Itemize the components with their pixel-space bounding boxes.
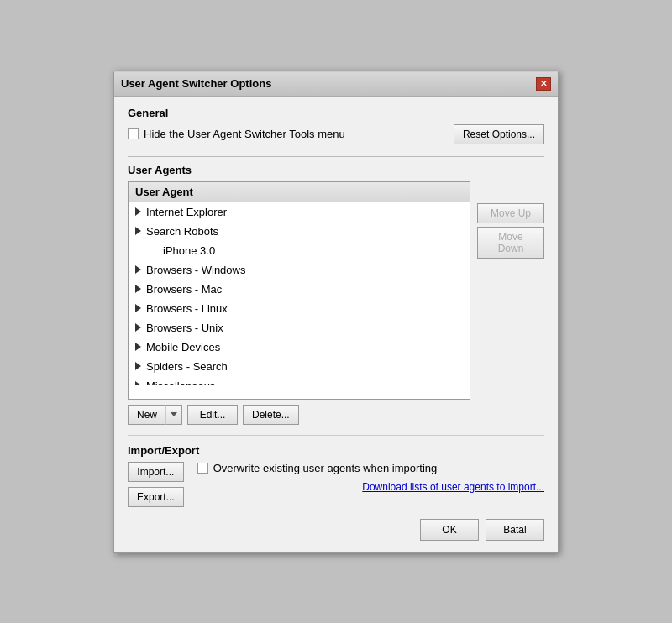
import-button[interactable]: Import... (128, 462, 184, 482)
expand-arrow-icon (135, 265, 141, 274)
list-item[interactable]: Browsers - Windows (129, 260, 470, 280)
list-item[interactable]: Miscellaneous (129, 376, 470, 385)
list-item-label: Internet Explorer (146, 206, 227, 218)
import-export-row: Import... Export... Overwrite existing u… (128, 462, 544, 507)
list-item[interactable]: Mobile Devices (129, 338, 470, 357)
list-item[interactable]: Browsers - Linux (129, 299, 470, 318)
expand-arrow-icon (135, 227, 141, 235)
move-up-button[interactable]: Move Up (477, 203, 544, 223)
general-section: Hide the User Agent Switcher Tools menu … (128, 124, 544, 144)
general-left: Hide the User Agent Switcher Tools menu (128, 128, 345, 140)
expand-arrow-icon (135, 304, 141, 312)
user-agent-list-container: User Agent Internet ExplorerSearch Robot… (128, 181, 470, 400)
overwrite-row: Overwrite existing user agents when impo… (197, 462, 544, 474)
new-button-container: New (128, 405, 182, 425)
import-export-buttons: Import... Export... (128, 462, 184, 507)
list-item-label: Browsers - Windows (146, 264, 245, 276)
title-bar: User Agent Switcher Options ✕ (114, 72, 558, 97)
expand-arrow-icon (135, 381, 141, 385)
expand-arrow-icon (135, 323, 141, 332)
cancel-button[interactable]: Batal (486, 519, 544, 541)
overwrite-label: Overwrite existing user agents when impo… (213, 462, 438, 474)
list-item-label: iPhone 3.0 (163, 244, 215, 257)
list-item-label: Miscellaneous (146, 380, 215, 385)
overwrite-checkbox[interactable] (197, 463, 208, 474)
list-item-label: Browsers - Linux (146, 302, 228, 315)
expand-arrow-icon (135, 343, 141, 351)
list-item-label: Browsers - Mac (146, 283, 222, 296)
list-item-label: Browsers - Unix (146, 322, 223, 334)
edit-button[interactable]: Edit... (187, 405, 238, 425)
list-header: User Agent (129, 182, 470, 202)
user-agent-list[interactable]: Internet ExplorerSearch RobotsiPhone 3.0… (129, 202, 470, 385)
hide-menu-checkbox[interactable] (128, 128, 139, 139)
general-divider (128, 156, 544, 157)
arrow-down-icon (171, 412, 177, 416)
import-export-section: Import/Export Import... Export... Overwr… (128, 444, 544, 507)
new-button-arrow[interactable] (165, 405, 182, 425)
import-export-divider (128, 435, 544, 436)
list-item-label: Search Robots (146, 225, 218, 238)
export-button[interactable]: Export... (128, 487, 184, 507)
window-title: User Agent Switcher Options (121, 77, 271, 90)
list-item[interactable]: Spiders - Search (129, 357, 470, 376)
general-section-label: General (128, 107, 544, 119)
new-button[interactable]: New (128, 405, 165, 425)
window-content: General Hide the User Agent Switcher Too… (114, 97, 558, 552)
list-item[interactable]: iPhone 3.0 (145, 241, 470, 260)
import-export-right: Overwrite existing user agents when impo… (197, 462, 544, 493)
download-link[interactable]: Download lists of user agents to import.… (197, 481, 544, 493)
user-agents-label: User Agents (128, 164, 544, 176)
list-item-label: Mobile Devices (146, 341, 220, 353)
import-export-label: Import/Export (128, 444, 544, 457)
expand-arrow-icon (135, 362, 141, 370)
ua-section-row: User Agent Internet ExplorerSearch Robot… (128, 181, 544, 400)
side-buttons: Move Up Move Down (477, 181, 544, 259)
close-button[interactable]: ✕ (536, 77, 551, 91)
move-down-button[interactable]: Move Down (477, 227, 544, 259)
list-item-label: Spiders - Search (146, 360, 228, 373)
bottom-buttons: OK Batal (128, 519, 544, 541)
reset-options-button[interactable]: Reset Options... (454, 124, 544, 144)
list-item[interactable]: Search Robots (129, 222, 470, 241)
expand-arrow-icon (135, 207, 141, 216)
user-agents-section: User Agents User Agent Internet Explorer… (128, 164, 544, 425)
list-action-row: New Edit... Delete... (128, 405, 544, 425)
hide-menu-label: Hide the User Agent Switcher Tools menu (144, 128, 345, 140)
ok-button[interactable]: OK (420, 519, 479, 541)
expand-arrow-icon (135, 285, 141, 293)
list-item[interactable]: Browsers - Mac (129, 280, 470, 299)
list-item[interactable]: Browsers - Unix (129, 318, 470, 338)
delete-button[interactable]: Delete... (243, 405, 299, 425)
list-item[interactable]: Internet Explorer (129, 202, 470, 222)
main-window: User Agent Switcher Options ✕ General Hi… (113, 71, 559, 553)
